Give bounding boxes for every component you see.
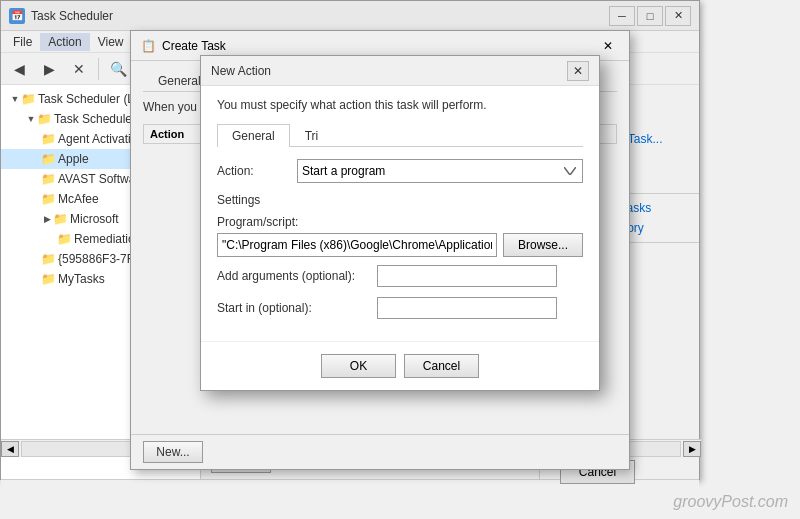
title-bar-controls: ─ □ ✕ <box>609 6 691 26</box>
new-action-dialog: New Action ✕ You must specify what actio… <box>200 55 600 391</box>
settings-title: Settings <box>217 193 583 207</box>
add-args-input[interactable] <box>377 265 557 287</box>
ct-new-btn[interactable]: New... <box>143 441 203 463</box>
tree-label-ms: Microsoft <box>70 212 119 226</box>
create-task-title-text: Create Task <box>162 39 597 53</box>
main-title: Task Scheduler <box>31 9 609 23</box>
folder-icon-agent: 📁 <box>41 132 55 146</box>
dialog-body: You must specify what action this task w… <box>201 86 599 341</box>
dialog-instruction: You must specify what action this task w… <box>217 98 583 112</box>
folder-icon: 📁 <box>21 92 35 106</box>
tree-label-mcafee: McAfee <box>58 192 99 206</box>
watermark: groovyPost.com <box>673 493 788 511</box>
start-in-label: Start in (optional): <box>217 301 377 315</box>
tree-label-mytasks: MyTasks <box>58 272 105 286</box>
dialog-title-text: New Action <box>211 64 567 78</box>
ct-footer: New... <box>131 434 629 469</box>
dialog-tab-triggers[interactable]: Tri <box>290 124 334 147</box>
dialog-footer: OK Cancel <box>201 341 599 390</box>
dialog-tabs: General Tri <box>217 124 583 147</box>
main-title-bar: 📅 Task Scheduler ─ □ ✕ <box>1 1 699 31</box>
dialog-close-button[interactable]: ✕ <box>567 61 589 81</box>
folder-icon-595: 📁 <box>41 252 55 266</box>
tree-toggle-ms: ▶ <box>41 213 53 225</box>
maximize-button[interactable]: □ <box>637 6 663 26</box>
folder-icon-apple: 📁 <box>41 152 55 166</box>
folder-icon-lib: 📁 <box>37 112 51 126</box>
start-in-row: Start in (optional): <box>217 297 583 319</box>
tree-toggle-lib: ▼ <box>25 113 37 125</box>
folder-icon-mytasks: 📁 <box>41 272 55 286</box>
toolbar-back[interactable]: ◀ <box>5 56 33 82</box>
menu-action[interactable]: Action <box>40 33 89 51</box>
menu-file[interactable]: File <box>5 33 40 51</box>
toolbar-separator <box>98 58 99 80</box>
create-task-close-btn[interactable]: ✕ <box>597 37 619 55</box>
toolbar-cancel[interactable]: ✕ <box>65 56 93 82</box>
close-button[interactable]: ✕ <box>665 6 691 26</box>
settings-group: Settings Program/script: Browse... Add a… <box>217 193 583 319</box>
tree-toggle: ▼ <box>9 93 21 105</box>
browse-button[interactable]: Browse... <box>503 233 583 257</box>
add-args-label: Add arguments (optional): <box>217 269 377 283</box>
create-task-icon: 📋 <box>141 39 156 53</box>
start-in-input[interactable] <box>377 297 557 319</box>
toolbar-forward[interactable]: ▶ <box>35 56 63 82</box>
tree-label-agent: Agent Activati... <box>58 132 141 146</box>
dialog-title-bar: New Action ✕ <box>201 56 599 86</box>
folder-icon-mcafee: 📁 <box>41 192 55 206</box>
toolbar-search[interactable]: 🔍 <box>104 56 132 82</box>
program-script-label: Program/script: <box>217 215 583 229</box>
action-select[interactable]: Start a program Send an e-mail Display a… <box>297 159 583 183</box>
menu-view[interactable]: View <box>90 33 132 51</box>
dialog-cancel-button[interactable]: Cancel <box>404 354 479 378</box>
scroll-right-btn[interactable]: ▶ <box>683 441 701 457</box>
folder-icon-ms: 📁 <box>53 212 67 226</box>
scroll-left-btn[interactable]: ◀ <box>1 441 19 457</box>
action-label: Action: <box>217 164 297 178</box>
minimize-button[interactable]: ─ <box>609 6 635 26</box>
program-row: Browse... <box>217 233 583 257</box>
action-form-row: Action: Start a program Send an e-mail D… <box>217 159 583 183</box>
app-icon: 📅 <box>9 8 25 24</box>
ok-button[interactable]: OK <box>321 354 396 378</box>
folder-icon-avast: 📁 <box>41 172 55 186</box>
add-args-row: Add arguments (optional): <box>217 265 583 287</box>
folder-icon-rem: 📁 <box>57 232 71 246</box>
program-script-input[interactable] <box>217 233 497 257</box>
dialog-tab-general[interactable]: General <box>217 124 290 147</box>
tree-label-apple: Apple <box>58 152 89 166</box>
